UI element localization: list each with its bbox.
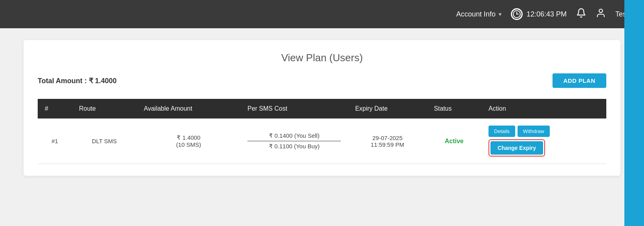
col-expiry-date: Expiry Date — [348, 99, 427, 118]
plan-card: View Plan (Users) Total Amount : ₹ 1.400… — [24, 40, 620, 176]
header: Account Info ▾ 12:06:43 PM Test — [0, 0, 644, 28]
top-row: Total Amount : ₹ 1.4000 ADD PLAN — [38, 73, 606, 88]
total-amount-label: Total Amount : ₹ 1.4000 — [38, 77, 117, 85]
account-info-label: Account Info — [456, 10, 496, 18]
col-available-amount: Available Amount — [137, 99, 240, 118]
table-header-row: # Route Available Amount Per SMS Cost Ex… — [38, 99, 606, 118]
time-display: 12:06:43 PM — [527, 10, 567, 18]
col-route: Route — [72, 99, 137, 118]
cell-per-sms-cost: ₹ 0.1400 (You Sell) ₹ 0.1100 (You Buy) — [240, 118, 348, 164]
svg-point-3 — [599, 9, 603, 13]
change-expiry-button[interactable]: Change Expiry — [490, 141, 543, 155]
cell-expiry-date: 29-07-202511:59:59 PM — [348, 118, 427, 164]
user-name-label: Test — [615, 10, 628, 18]
account-chevron-icon: ▾ — [499, 11, 501, 17]
cell-action: Details Withdraw Change Expiry — [481, 118, 606, 164]
col-index: # — [38, 99, 72, 118]
btn-row-top: Details Withdraw — [488, 126, 550, 137]
col-action: Action — [481, 99, 606, 118]
header-time: 12:06:43 PM — [511, 8, 567, 20]
main-content: View Plan (Users) Total Amount : ₹ 1.400… — [0, 28, 644, 188]
table-row: #1 DLT SMS ₹ 1.4000(10 SMS) ₹ 0.1400 (Yo… — [38, 118, 606, 164]
page-title: View Plan (Users) — [38, 52, 606, 64]
clock-icon — [511, 8, 523, 20]
account-info-menu[interactable]: Account Info ▾ — [456, 10, 501, 18]
details-button[interactable]: Details — [488, 126, 515, 137]
notification-icon[interactable] — [576, 8, 586, 20]
change-expiry-wrapper: Change Expiry — [488, 139, 545, 157]
col-per-sms-cost: Per SMS Cost — [240, 99, 348, 118]
col-status: Status — [427, 99, 481, 118]
add-plan-button[interactable]: ADD PLAN — [553, 73, 607, 88]
cell-status: Active — [427, 118, 481, 164]
action-buttons-group: Details Withdraw Change Expiry — [488, 126, 599, 157]
plan-table: # Route Available Amount Per SMS Cost Ex… — [38, 99, 606, 164]
cell-index: #1 — [38, 118, 72, 164]
withdraw-button[interactable]: Withdraw — [518, 126, 550, 137]
cell-route: DLT SMS — [72, 118, 137, 164]
user-icon[interactable] — [596, 8, 606, 20]
cell-available-amount: ₹ 1.4000(10 SMS) — [137, 118, 240, 164]
